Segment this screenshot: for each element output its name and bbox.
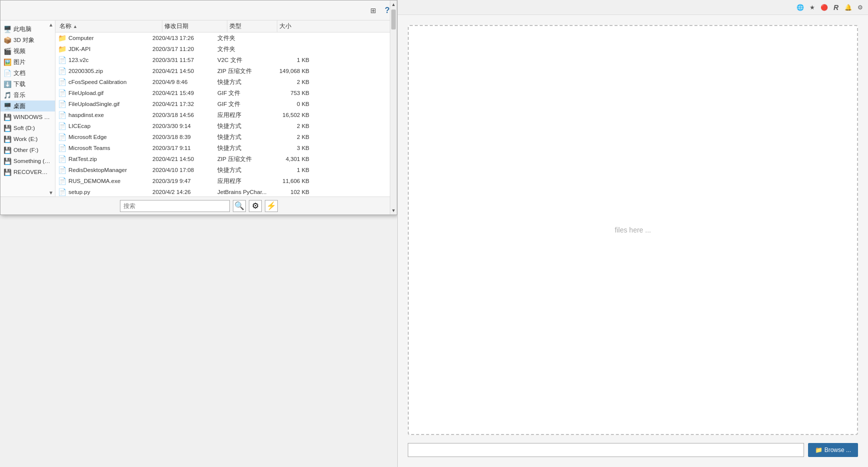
col-header-name[interactable]: 名称 ▲ — [57, 20, 162, 32]
sidebar-item-music[interactable]: 🎵 音乐 — [0, 90, 55, 100]
file-cell-name: 📄 20200305.zip — [57, 66, 152, 76]
search-icon: 🔍 — [234, 201, 244, 210]
file-cell-date: 2020/3/31 11:57 — [152, 57, 217, 63]
file-cell-name: 📄 cFosSpeed Calibration — [57, 78, 152, 86]
file-cell-type: GIF 文件 — [217, 90, 267, 97]
file-cell-date: 2020/4/2 14:26 — [152, 189, 217, 195]
file-type-icon: 📄 — [57, 110, 66, 120]
file-cell-size: 1 KB — [267, 57, 312, 63]
table-row[interactable]: 📁 Computer 2020/4/13 17:26 文件夹 — [55, 32, 397, 44]
drop-hint: files here ... — [615, 226, 651, 234]
file-cell-name: 📄 setup.py — [57, 188, 152, 196]
drop-zone[interactable]: files here ... — [408, 25, 858, 435]
otherF-icon: 💾 — [3, 146, 11, 154]
bolt-icon-button[interactable]: ⚡ — [265, 200, 278, 212]
topbar-translate-icon[interactable]: 🌐 — [795, 2, 805, 12]
table-row[interactable]: 📄 FileUploadSingle.gif 2020/4/21 17:32 G… — [55, 98, 397, 110]
file-cell-date: 2020/3/19 9:47 — [152, 178, 217, 184]
sidebar-item-video[interactable]: 🎬 视频 — [0, 46, 55, 56]
somethingG-icon: 💾 — [3, 157, 11, 165]
table-row[interactable]: 📄 20200305.zip 2020/4/21 14:50 ZIP 压缩文件 … — [55, 66, 397, 76]
table-row[interactable]: 📄 cFosSpeed Calibration 2020/4/9 8:46 快捷… — [55, 76, 397, 88]
topbar-r-icon[interactable]: R — [831, 2, 841, 12]
scrollbar-thumb[interactable] — [391, 20, 396, 30]
table-row[interactable]: 📄 Microsoft Edge 2020/3/18 8:39 快捷方式 2 K… — [55, 132, 397, 142]
sidebar-item-label: 此电脑 — [13, 26, 31, 33]
softD-icon: 💾 — [3, 124, 11, 132]
file-cell-type: GIF 文件 — [217, 100, 267, 108]
file-cell-date: 2020/3/18 14:56 — [152, 112, 217, 118]
sidebar-item-somethingG[interactable]: 💾 Something (G:) — [0, 156, 55, 166]
picture-icon: 🖼️ — [3, 58, 11, 66]
topbar-red-icon[interactable]: 🔴 — [819, 2, 829, 12]
sidebar-item-3d[interactable]: 📦 3D 对象 — [0, 34, 55, 46]
file-cell-date: 2020/4/10 17:08 — [152, 167, 217, 173]
dialog-toolbar: ⊞ ? — [0, 0, 397, 20]
file-cell-date: 2020/4/21 14:50 — [152, 156, 217, 162]
file-type-icon: 📄 — [57, 88, 66, 98]
video-icon: 🎬 — [3, 47, 11, 55]
sidebar-item-windowsC[interactable]: 💾 WINDOWS (C:) — [0, 112, 55, 122]
upload-topbar: 🌐 ★ 🔴 R 🔔 ⚙ — [398, 0, 868, 15]
sidebar-item-recoveryH[interactable]: 💾 RECOVERY (H:) — [0, 166, 55, 178]
file-cell-type: 文件夹 — [217, 34, 267, 42]
windowsC-icon: 💾 — [3, 113, 11, 121]
desktop-icon: 🖥️ — [3, 102, 11, 110]
file-cell-size: 1 KB — [267, 167, 312, 173]
sidebar-item-document[interactable]: 📄 文档 — [0, 68, 55, 78]
file-path-input[interactable] — [408, 443, 804, 457]
file-cell-date: 2020/3/17 11:20 — [152, 46, 217, 52]
sidebar-item-download[interactable]: ⬇️ 下载 — [0, 78, 55, 90]
search-input[interactable] — [120, 200, 230, 212]
sidebar-item-workE[interactable]: 💾 Work (E:) — [0, 134, 55, 144]
dialog-body: ▲ 🖥️ 此电脑 📦 3D 对象 🎬 视频 🖼️ 图片 📄 文档 ⬇️ 下载 🎵… — [0, 20, 397, 196]
file-cell-date: 2020/4/21 15:49 — [152, 90, 217, 96]
table-row[interactable]: 📄 FileUpload.gif 2020/4/21 15:49 GIF 文件 … — [55, 88, 397, 98]
search-icon-button[interactable]: 🔍 — [233, 200, 246, 212]
scrollbar-track[interactable] — [390, 30, 397, 196]
file-cell-name: 📄 RUS_DEMOMA.exe — [57, 176, 152, 186]
file-cell-type: V2C 文件 — [217, 56, 267, 64]
nav-section: 🖥️ 此电脑 📦 3D 对象 🎬 视频 🖼️ 图片 📄 文档 ⬇️ 下载 🎵 音… — [0, 22, 55, 178]
table-row[interactable]: 📄 RatTest.zip 2020/4/21 14:50 ZIP 压缩文件 4… — [55, 154, 397, 164]
topbar-star-icon[interactable]: ★ — [807, 2, 817, 12]
sidebar-item-label: Soft (D:) — [13, 125, 35, 131]
topbar-bell-icon[interactable]: 🔔 — [843, 2, 853, 12]
sidebar-item-picture[interactable]: 🖼️ 图片 — [0, 56, 55, 68]
3d-icon: 📦 — [3, 36, 11, 44]
col-header-date[interactable]: 修改日期 — [162, 20, 227, 32]
table-row[interactable]: 📄 RedisDesktopManager 2020/4/10 17:08 快捷… — [55, 164, 397, 176]
browse-button[interactable]: 📁 Browse ... — [808, 443, 858, 457]
nav-scroll-down[interactable]: ▼ — [48, 190, 54, 196]
file-cell-name: 📄 Microsoft Edge — [57, 132, 152, 142]
sidebar-item-label: RECOVERY (H:) — [13, 169, 51, 175]
file-cell-size: 2 KB — [267, 134, 312, 140]
table-row[interactable]: 📄 haspdinst.exe 2020/3/18 14:56 应用程序 16,… — [55, 110, 397, 120]
sidebar-item-desktop[interactable]: 🖥️ 桌面 — [0, 100, 55, 112]
table-row[interactable]: 📄 Microsoft Teams 2020/3/17 9:11 快捷方式 3 … — [55, 142, 397, 154]
file-cell-date: 2020/3/17 9:11 — [152, 145, 217, 151]
table-row[interactable]: 📄 RUS_DEMOMA.exe 2020/3/19 9:47 应用程序 11,… — [55, 176, 397, 186]
table-row[interactable]: 📁 JDK-API 2020/3/17 11:20 文件夹 — [55, 44, 397, 54]
view-toggle-button[interactable]: ⊞ — [368, 5, 379, 16]
file-cell-type: 快捷方式 — [217, 78, 267, 86]
sidebar-item-softD[interactable]: 💾 Soft (D:) — [0, 122, 55, 134]
table-row[interactable]: 📄 123.v2c 2020/3/31 11:57 V2C 文件 1 KB — [55, 54, 397, 66]
file-type-icon: 📄 — [57, 56, 66, 64]
file-cell-type: 快捷方式 — [217, 166, 267, 174]
col-header-size[interactable]: 大小 — [277, 20, 322, 32]
table-row[interactable]: 📄 setup.py 2020/4/2 14:26 JetBrains PyCh… — [55, 186, 397, 196]
sidebar-item-label: 下载 — [13, 80, 25, 88]
file-cell-name: 📄 123.v2c — [57, 56, 152, 64]
topbar-gear-icon[interactable]: ⚙ — [855, 2, 865, 12]
upload-footer: 📁 Browse ... — [408, 443, 858, 457]
sidebar-item-otherF[interactable]: 💾 Other (F:) — [0, 144, 55, 156]
settings-icon-button[interactable]: ⚙ — [249, 200, 262, 212]
file-cell-type: 文件夹 — [217, 46, 267, 53]
file-scrollbar[interactable]: ▲ ▼ — [390, 20, 397, 196]
sidebar-item-pc[interactable]: 🖥️ 此电脑 — [0, 24, 55, 34]
sidebar-item-label: 音乐 — [13, 92, 25, 99]
nav-scroll-up[interactable]: ▲ — [48, 22, 54, 28]
table-row[interactable]: 📄 LICEcap 2020/3/30 9:14 快捷方式 2 KB — [55, 120, 397, 132]
col-header-type[interactable]: 类型 — [227, 20, 277, 32]
